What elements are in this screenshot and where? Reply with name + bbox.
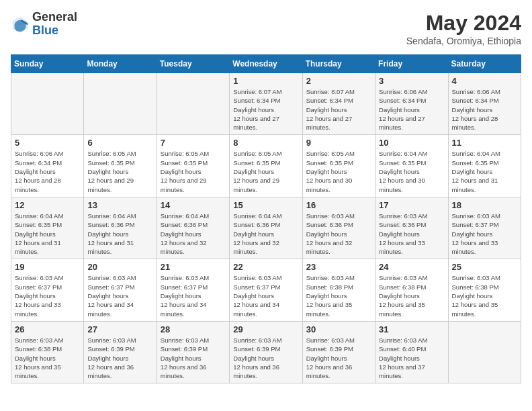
day-number: 19 — [15, 262, 80, 272]
day-info: Sunrise: 6:05 AMSunset: 6:35 PMDaylight … — [233, 149, 298, 193]
day-info: Sunrise: 6:04 AMSunset: 6:35 PMDaylight … — [379, 149, 444, 193]
day-number: 25 — [452, 262, 517, 272]
logo-icon — [11, 15, 30, 34]
day-info: Sunrise: 6:03 AMSunset: 6:39 PMDaylight … — [233, 336, 298, 380]
day-info: Sunrise: 6:06 AMSunset: 6:34 PMDaylight … — [15, 149, 80, 193]
day-number: 3 — [379, 76, 444, 86]
calendar-cell — [448, 321, 521, 383]
calendar-cell: 6Sunrise: 6:05 AMSunset: 6:35 PMDaylight… — [84, 135, 157, 197]
day-number: 26 — [15, 324, 80, 334]
day-info: Sunrise: 6:03 AMSunset: 6:38 PMDaylight … — [15, 336, 80, 380]
calendar-cell: 18Sunrise: 6:03 AMSunset: 6:37 PMDayligh… — [448, 197, 521, 259]
day-info: Sunrise: 6:06 AMSunset: 6:34 PMDaylight … — [452, 87, 517, 132]
day-info: Sunrise: 6:04 AMSunset: 6:36 PMDaylight … — [161, 212, 226, 256]
calendar-cell: 19Sunrise: 6:03 AMSunset: 6:37 PMDayligh… — [11, 259, 84, 321]
day-info: Sunrise: 6:03 AMSunset: 6:39 PMDaylight … — [87, 336, 152, 380]
day-number: 29 — [233, 324, 298, 334]
day-number: 7 — [161, 138, 226, 148]
day-number: 18 — [452, 200, 517, 210]
day-info: Sunrise: 6:04 AMSunset: 6:35 PMDaylight … — [15, 212, 80, 256]
day-number: 15 — [233, 200, 298, 210]
day-number: 24 — [379, 262, 444, 272]
calendar-cell: 1Sunrise: 6:07 AMSunset: 6:34 PMDaylight… — [230, 73, 302, 135]
day-info: Sunrise: 6:04 AMSunset: 6:36 PMDaylight … — [233, 212, 298, 256]
day-info: Sunrise: 6:07 AMSunset: 6:34 PMDaylight … — [233, 87, 298, 132]
weekday-header: Saturday — [448, 55, 521, 73]
weekday-header: Monday — [84, 55, 157, 73]
day-info: Sunrise: 6:06 AMSunset: 6:34 PMDaylight … — [379, 87, 444, 132]
day-number: 13 — [87, 200, 152, 210]
title-block: May 2024 Sendafa, Oromiya, Ethiopia — [406, 11, 521, 46]
calendar-cell: 24Sunrise: 6:03 AMSunset: 6:38 PMDayligh… — [375, 259, 448, 321]
day-info: Sunrise: 6:03 AMSunset: 6:39 PMDaylight … — [306, 336, 371, 380]
calendar-cell: 21Sunrise: 6:03 AMSunset: 6:37 PMDayligh… — [157, 259, 229, 321]
day-info: Sunrise: 6:03 AMSunset: 6:36 PMDaylight … — [379, 212, 444, 256]
day-number: 14 — [161, 200, 226, 210]
calendar-cell: 8Sunrise: 6:05 AMSunset: 6:35 PMDaylight… — [230, 135, 302, 197]
day-info: Sunrise: 6:03 AMSunset: 6:37 PMDaylight … — [233, 273, 298, 318]
day-number: 12 — [15, 200, 80, 210]
calendar-cell: 4Sunrise: 6:06 AMSunset: 6:34 PMDaylight… — [448, 73, 521, 135]
weekday-header: Friday — [375, 55, 448, 73]
logo-blue-text: Blue — [32, 24, 58, 37]
calendar-cell: 10Sunrise: 6:04 AMSunset: 6:35 PMDayligh… — [375, 135, 448, 197]
day-info: Sunrise: 6:04 AMSunset: 6:36 PMDaylight … — [87, 212, 152, 256]
calendar-cell: 29Sunrise: 6:03 AMSunset: 6:39 PMDayligh… — [230, 321, 302, 383]
calendar-cell — [11, 73, 84, 135]
calendar-cell — [157, 73, 229, 135]
calendar-table: SundayMondayTuesdayWednesdayThursdayFrid… — [11, 54, 521, 383]
weekday-header: Thursday — [302, 55, 375, 73]
page-header: General Blue May 2024 Sendafa, Oromiya, … — [11, 11, 521, 46]
day-number: 17 — [379, 200, 444, 210]
day-number: 30 — [306, 324, 371, 334]
day-info: Sunrise: 6:03 AMSunset: 6:37 PMDaylight … — [161, 273, 226, 318]
day-number: 20 — [87, 262, 152, 272]
day-number: 31 — [379, 324, 444, 334]
day-info: Sunrise: 6:05 AMSunset: 6:35 PMDaylight … — [161, 149, 226, 193]
day-number: 4 — [452, 76, 517, 86]
day-number: 8 — [233, 138, 298, 148]
day-info: Sunrise: 6:03 AMSunset: 6:37 PMDaylight … — [15, 273, 80, 318]
day-info: Sunrise: 6:03 AMSunset: 6:38 PMDaylight … — [452, 273, 517, 318]
calendar-cell: 15Sunrise: 6:04 AMSunset: 6:36 PMDayligh… — [230, 197, 302, 259]
day-number: 5 — [15, 138, 80, 148]
calendar-cell: 2Sunrise: 6:07 AMSunset: 6:34 PMDaylight… — [302, 73, 375, 135]
calendar-cell: 27Sunrise: 6:03 AMSunset: 6:39 PMDayligh… — [84, 321, 157, 383]
calendar-cell: 13Sunrise: 6:04 AMSunset: 6:36 PMDayligh… — [84, 197, 157, 259]
calendar-cell: 23Sunrise: 6:03 AMSunset: 6:38 PMDayligh… — [302, 259, 375, 321]
day-info: Sunrise: 6:07 AMSunset: 6:34 PMDaylight … — [306, 87, 371, 132]
location: Sendafa, Oromiya, Ethiopia — [406, 36, 521, 46]
day-info: Sunrise: 6:05 AMSunset: 6:35 PMDaylight … — [87, 149, 152, 193]
day-info: Sunrise: 6:03 AMSunset: 6:36 PMDaylight … — [306, 212, 371, 256]
day-number: 1 — [233, 76, 298, 86]
calendar-cell: 26Sunrise: 6:03 AMSunset: 6:38 PMDayligh… — [11, 321, 84, 383]
calendar-cell: 20Sunrise: 6:03 AMSunset: 6:37 PMDayligh… — [84, 259, 157, 321]
calendar-cell: 5Sunrise: 6:06 AMSunset: 6:34 PMDaylight… — [11, 135, 84, 197]
day-info: Sunrise: 6:05 AMSunset: 6:35 PMDaylight … — [306, 149, 371, 193]
calendar-cell: 7Sunrise: 6:05 AMSunset: 6:35 PMDaylight… — [157, 135, 229, 197]
day-info: Sunrise: 6:03 AMSunset: 6:38 PMDaylight … — [306, 273, 371, 318]
logo-general-text: General — [32, 10, 77, 24]
logo: General Blue — [11, 11, 77, 38]
calendar-cell: 17Sunrise: 6:03 AMSunset: 6:36 PMDayligh… — [375, 197, 448, 259]
day-number: 27 — [87, 324, 152, 334]
calendar-cell: 22Sunrise: 6:03 AMSunset: 6:37 PMDayligh… — [230, 259, 302, 321]
weekday-header: Wednesday — [230, 55, 302, 73]
day-info: Sunrise: 6:03 AMSunset: 6:37 PMDaylight … — [87, 273, 152, 318]
day-number: 10 — [379, 138, 444, 148]
calendar-cell: 11Sunrise: 6:04 AMSunset: 6:35 PMDayligh… — [448, 135, 521, 197]
calendar-cell: 14Sunrise: 6:04 AMSunset: 6:36 PMDayligh… — [157, 197, 229, 259]
day-number: 9 — [306, 138, 371, 148]
calendar-cell: 16Sunrise: 6:03 AMSunset: 6:36 PMDayligh… — [302, 197, 375, 259]
day-number: 2 — [306, 76, 371, 86]
calendar-cell — [84, 73, 157, 135]
day-number: 16 — [306, 200, 371, 210]
day-number: 28 — [161, 324, 226, 334]
weekday-header: Sunday — [11, 55, 84, 73]
day-number: 23 — [306, 262, 371, 272]
calendar-cell: 9Sunrise: 6:05 AMSunset: 6:35 PMDaylight… — [302, 135, 375, 197]
calendar-cell: 25Sunrise: 6:03 AMSunset: 6:38 PMDayligh… — [448, 259, 521, 321]
month-year: May 2024 — [406, 11, 521, 36]
day-info: Sunrise: 6:03 AMSunset: 6:37 PMDaylight … — [452, 212, 517, 256]
calendar-cell: 28Sunrise: 6:03 AMSunset: 6:39 PMDayligh… — [157, 321, 229, 383]
